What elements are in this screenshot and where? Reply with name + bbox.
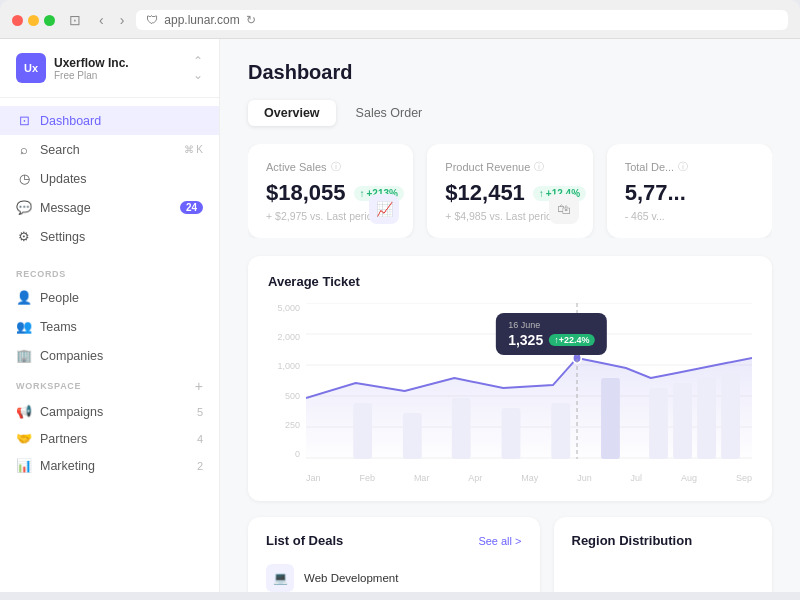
workspace-section: WORKSPACE + 📢 Campaigns 5 🤝 Partners 4 📊… xyxy=(0,370,219,479)
y-label-0: 0 xyxy=(268,449,300,459)
sidebar-item-marketing[interactable]: 📊 Marketing 2 xyxy=(0,452,219,479)
kpi-card-product-revenue: Product Revenue ⓘ $12,451 ↑+12.4% + $4,9… xyxy=(427,144,592,238)
people-icon: 👤 xyxy=(16,290,32,305)
deal-name-web-dev: Web Development xyxy=(304,572,398,584)
tab-bar: Overview Sales Order xyxy=(248,100,772,126)
updates-icon: ◷ xyxy=(16,171,32,186)
deals-card: List of Deals See all > 💻 Web Developmen… xyxy=(248,517,540,592)
address-bar[interactable]: 🛡 app.lunar.com ↻ xyxy=(136,10,788,30)
campaigns-count: 5 xyxy=(197,406,203,418)
message-icon: 💬 xyxy=(16,200,32,215)
org-details: Uxerflow Inc. Free Plan xyxy=(54,56,129,81)
tab-overview[interactable]: Overview xyxy=(248,100,336,126)
sidebar-item-companies-label: Companies xyxy=(40,349,103,363)
x-label-aug: Aug xyxy=(681,473,697,483)
sidebar-toggle-button[interactable]: ⊡ xyxy=(63,10,87,30)
deal-icon-web-dev: 💻 xyxy=(266,564,294,592)
sidebar-item-search-label: Search xyxy=(40,143,80,157)
workspace-label: WORKSPACE xyxy=(16,381,81,391)
sidebar-header: Ux Uxerflow Inc. Free Plan ⌃⌄ xyxy=(0,39,219,98)
sidebar-item-people-label: People xyxy=(40,291,79,305)
bottom-row: List of Deals See all > 💻 Web Developmen… xyxy=(248,517,772,592)
org-info: Ux Uxerflow Inc. Free Plan xyxy=(16,53,129,83)
records-section: RECORDS 👤 People 👥 Teams 🏢 Companies xyxy=(0,259,219,370)
x-label-mar: Mar xyxy=(414,473,430,483)
y-label-1000: 1,000 xyxy=(268,361,300,371)
org-name: Uxerflow Inc. xyxy=(54,56,129,70)
page-title: Dashboard xyxy=(248,61,772,84)
region-title: Region Distribution xyxy=(572,533,693,548)
main-content: Dashboard Overview Sales Order Active Sa… xyxy=(220,39,800,592)
deals-see-all-link[interactable]: See all > xyxy=(478,535,521,547)
marketing-icon: 📊 xyxy=(16,458,32,473)
x-label-sep: Sep xyxy=(736,473,752,483)
y-label-500: 500 xyxy=(268,391,300,401)
sidebar-item-partners-label: Partners xyxy=(40,432,87,446)
shield-icon: 🛡 xyxy=(146,13,158,27)
sidebar-item-updates[interactable]: ◷ Updates xyxy=(0,164,219,193)
tooltip-value: 1,325 ↑+22.4% xyxy=(508,332,594,348)
workspace-section-header: WORKSPACE + xyxy=(0,370,219,398)
minimize-button[interactable] xyxy=(28,15,39,26)
info-icon-2: ⓘ xyxy=(534,160,544,174)
chart-area: 5,000 2,000 1,000 500 250 0 16 June xyxy=(268,303,752,483)
records-label: RECORDS xyxy=(0,259,219,283)
tab-sales-order[interactable]: Sales Order xyxy=(340,100,439,126)
org-plan: Free Plan xyxy=(54,70,129,81)
kpi-row: Active Sales ⓘ $18,055 ↑+213% + $2,975 v… xyxy=(248,144,772,238)
sidebar-item-partners[interactable]: 🤝 Partners 4 xyxy=(0,425,219,452)
sidebar-item-search[interactable]: ⌕ Search ⌘ K xyxy=(0,135,219,164)
search-icon: ⌕ xyxy=(16,142,32,157)
sidebar-item-settings[interactable]: ⚙ Settings xyxy=(0,222,219,251)
sidebar-item-people[interactable]: 👤 People xyxy=(0,283,219,312)
y-label-250: 250 xyxy=(268,420,300,430)
x-label-feb: Feb xyxy=(359,473,375,483)
y-label-2000: 2,000 xyxy=(268,332,300,342)
sidebar-item-teams-label: Teams xyxy=(40,320,77,334)
sidebar-item-message[interactable]: 💬 Message 24 xyxy=(0,193,219,222)
back-button[interactable]: ‹ xyxy=(95,10,108,30)
chart-bar xyxy=(649,388,668,459)
maximize-button[interactable] xyxy=(44,15,55,26)
refresh-button[interactable]: ↻ xyxy=(246,13,256,27)
kpi-product-revenue-title: Product Revenue ⓘ xyxy=(445,160,574,174)
kpi-card-active-sales: Active Sales ⓘ $18,055 ↑+213% + $2,975 v… xyxy=(248,144,413,238)
chart-bar xyxy=(452,398,471,459)
x-label-jan: Jan xyxy=(306,473,321,483)
sidebar-item-companies[interactable]: 🏢 Companies xyxy=(0,341,219,370)
sidebar-item-campaigns[interactable]: 📢 Campaigns 5 xyxy=(0,398,219,425)
product-revenue-icon: 🛍 xyxy=(549,194,579,224)
workspace-add-button[interactable]: + xyxy=(195,378,203,394)
chart-bar-active xyxy=(601,378,620,459)
y-axis: 5,000 2,000 1,000 500 250 0 xyxy=(268,303,300,459)
kpi-total-deals-subtitle: - 465 v... xyxy=(625,210,754,222)
message-badge: 24 xyxy=(180,201,203,214)
campaigns-icon: 📢 xyxy=(16,404,32,419)
settings-icon: ⚙ xyxy=(16,229,32,244)
chart-bar xyxy=(673,383,692,459)
forward-button[interactable]: › xyxy=(116,10,129,30)
sidebar-item-teams[interactable]: 👥 Teams xyxy=(0,312,219,341)
org-switcher-icon[interactable]: ⌃⌄ xyxy=(193,54,203,82)
sidebar-item-dashboard-label: Dashboard xyxy=(40,114,101,128)
region-distribution-card: Region Distribution xyxy=(554,517,773,592)
sidebar-item-marketing-label: Marketing xyxy=(40,459,95,473)
tooltip-date: 16 June xyxy=(508,320,594,330)
x-label-apr: Apr xyxy=(468,473,482,483)
chart-title: Average Ticket xyxy=(268,274,752,289)
x-label-jun: Jun xyxy=(577,473,592,483)
tooltip-badge: ↑+22.4% xyxy=(549,334,594,346)
companies-icon: 🏢 xyxy=(16,348,32,363)
traffic-lights xyxy=(12,15,55,26)
marketing-count: 2 xyxy=(197,460,203,472)
x-label-may: May xyxy=(521,473,538,483)
sidebar: Ux Uxerflow Inc. Free Plan ⌃⌄ ⊡ Dashboar… xyxy=(0,39,220,592)
y-label-5000: 5,000 xyxy=(268,303,300,313)
region-card-header: Region Distribution xyxy=(572,533,755,548)
url-text: app.lunar.com xyxy=(164,13,239,27)
close-button[interactable] xyxy=(12,15,23,26)
x-label-jul: Jul xyxy=(631,473,643,483)
chart-bar xyxy=(697,378,716,459)
chart-tooltip: 16 June 1,325 ↑+22.4% xyxy=(496,313,606,355)
sidebar-item-dashboard[interactable]: ⊡ Dashboard xyxy=(0,106,219,135)
